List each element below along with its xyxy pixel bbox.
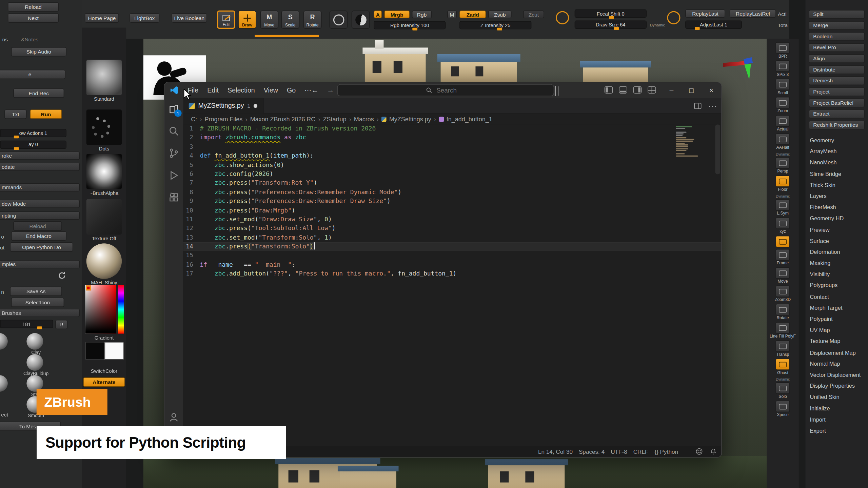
run-button[interactable]: Run xyxy=(30,109,62,119)
action-project[interactable]: Project xyxy=(809,87,865,96)
strip-ghost[interactable]: Ghost xyxy=(768,359,797,375)
action-distribute[interactable]: Distribute xyxy=(809,65,865,74)
section-initialize[interactable]: Initialize xyxy=(806,403,868,414)
section-preview[interactable]: Preview xyxy=(806,224,868,236)
strip-floor[interactable]: Floor xyxy=(768,176,797,192)
alpha-sphere-icon[interactable] xyxy=(352,11,370,29)
more-actions-icon[interactable]: ⋯ xyxy=(708,100,717,111)
dynamic-label[interactable]: Dynamic xyxy=(650,23,665,27)
maximize-button[interactable]: □ xyxy=(682,82,702,98)
Line Fill PolyF-icon[interactable] xyxy=(775,322,790,333)
search-sidebar-icon[interactable] xyxy=(167,124,180,138)
section-unified-skin[interactable]: Unified Skin xyxy=(806,392,868,403)
secondary-color-swatch[interactable] xyxy=(105,342,124,360)
r-button[interactable]: R xyxy=(55,320,67,329)
code-line-7[interactable]: 7 zbc.press("Transform:Rot Y") xyxy=(183,179,721,188)
toggle-sidebar-icon[interactable] xyxy=(605,86,613,94)
replay-icon[interactable] xyxy=(667,11,680,24)
strip-bpr[interactable]: BPR xyxy=(768,42,797,59)
breadcrumb-item[interactable]: Program Files xyxy=(205,116,243,122)
breadcrumb-item[interactable]: fn_add_button_1 xyxy=(447,116,492,122)
section-polygroups[interactable]: Polygroups xyxy=(806,280,868,291)
customize-layout-icon[interactable] xyxy=(648,86,656,94)
Xpose-icon[interactable] xyxy=(775,401,790,412)
Move-icon[interactable] xyxy=(775,267,790,279)
forward-arrow-icon[interactable]: → xyxy=(325,82,336,98)
notifications-bell-icon[interactable] xyxy=(710,448,717,455)
action-extract[interactable]: Extract xyxy=(809,109,865,118)
brushes-header[interactable]: Brushes xyxy=(0,309,80,317)
switchcolor-label[interactable]: SwitchColor xyxy=(82,368,126,374)
strip-l-sym[interactable]: L.Sym xyxy=(768,199,797,216)
alternate-button[interactable]: Alternate xyxy=(83,377,125,387)
Ghost-icon[interactable] xyxy=(775,359,790,370)
texture-thumbnail[interactable] xyxy=(86,199,122,235)
brush-count-slider[interactable]: 181 xyxy=(0,320,53,328)
code-line-15[interactable]: 15 xyxy=(183,251,721,261)
action-boolean[interactable]: Boolean xyxy=(809,32,865,41)
section-geometry-hd[interactable]: Geometry HD xyxy=(806,213,868,224)
section-slime-bridge[interactable]: Slime Bridge xyxy=(806,168,868,180)
strip-icon[interactable] xyxy=(775,236,790,247)
axis-gizmo[interactable] xyxy=(723,55,756,88)
status-utf-8[interactable]: UTF-8 xyxy=(611,448,627,455)
rgb-button[interactable]: Rgb xyxy=(412,11,432,18)
cut-wide-button[interactable]: e xyxy=(0,70,65,79)
status-ln-14-col-30[interactable]: Ln 14, Col 30 xyxy=(538,448,573,455)
saturation-square[interactable] xyxy=(85,285,116,334)
strip-transp[interactable]: Transp xyxy=(768,340,797,357)
skip-audio-button[interactable]: Skip Audio xyxy=(11,47,66,57)
vscode-window[interactable]: FileEditSelectionViewGo⋯ ← → – xyxy=(164,82,722,458)
replay-last-rel-button[interactable]: ReplayLastRel xyxy=(730,9,776,18)
strip-frame[interactable]: Frame xyxy=(768,249,797,266)
stroke-header[interactable]: roke xyxy=(0,151,80,160)
section-fibermesh[interactable]: FiberMesh xyxy=(806,202,868,213)
material-thumbnail[interactable] xyxy=(86,243,122,279)
nav-lightbox[interactable]: LightBox xyxy=(130,13,159,23)
code-editor[interactable]: 1# ZBRUSH MACRO - Recorded in ZBrush ver… xyxy=(183,124,721,445)
extensions-icon[interactable] xyxy=(167,191,180,204)
Solo-icon[interactable] xyxy=(775,382,790,394)
Zoom-icon[interactable] xyxy=(775,97,790,108)
section-displacement-map[interactable]: Displacement Map xyxy=(806,347,868,359)
section-contact[interactable]: Contact xyxy=(806,291,868,303)
primary-color-swatch[interactable] xyxy=(85,342,104,360)
end-rec-button[interactable]: End Rec xyxy=(13,88,64,98)
section-uv-map[interactable]: UV Map xyxy=(806,325,868,336)
brush-thumb-cut[interactable] xyxy=(0,375,8,392)
a-toggle-button[interactable]: A xyxy=(374,11,382,18)
breadcrumb-item[interactable]: Maxon ZBrush 2026 RC xyxy=(250,116,316,122)
status-spaces-4[interactable]: Spaces: 4 xyxy=(579,448,605,455)
BPR-icon[interactable] xyxy=(775,42,790,54)
save-as-button[interactable]: Save As xyxy=(10,287,62,296)
section-thick-skin[interactable]: Thick Skin xyxy=(806,180,868,191)
window-mode-header[interactable]: dow Mode xyxy=(0,200,80,208)
draw-size-slider[interactable]: Draw Size 64 xyxy=(575,20,647,28)
rgb-intensity-slider[interactable]: Rgb Intensity 100 xyxy=(374,21,446,29)
code-line-3[interactable]: 3 xyxy=(183,143,721,152)
account-icon[interactable] xyxy=(167,410,180,424)
Transp-icon[interactable] xyxy=(775,340,790,352)
menu-go[interactable]: Go xyxy=(282,82,300,98)
breadcrumb-item[interactable]: Macros xyxy=(354,116,374,122)
action-align[interactable]: Align xyxy=(809,54,865,63)
strip-actual[interactable]: Actual xyxy=(768,115,797,132)
focal-shift-icon[interactable] xyxy=(556,11,569,24)
strip-icon[interactable] xyxy=(775,236,790,247)
Frame-icon[interactable] xyxy=(775,249,790,261)
toggle-panel-icon[interactable] xyxy=(619,86,627,94)
Rotate-icon[interactable] xyxy=(775,304,790,315)
section-display-properties[interactable]: Display Properties xyxy=(806,381,868,392)
z-intensity-slider[interactable]: Z Intensity 25 xyxy=(459,21,531,29)
standard-thumbnail[interactable] xyxy=(86,60,122,95)
refresh-icon[interactable] xyxy=(58,271,66,280)
samples-header[interactable]: mples xyxy=(0,260,80,268)
menu-selection[interactable]: Selection xyxy=(223,82,259,98)
action-project-basrelief[interactable]: Project BasRelief xyxy=(809,99,865,107)
Actual-icon[interactable] xyxy=(775,115,790,127)
section-geometry[interactable]: Geometry xyxy=(806,135,868,146)
strip-persp[interactable]: Persp xyxy=(768,157,797,174)
scripting-header[interactable]: ripting xyxy=(0,211,80,220)
code-line-16[interactable]: 16if __name__ == "__main__": xyxy=(183,261,721,270)
tool-draw[interactable]: Draw xyxy=(238,11,256,29)
